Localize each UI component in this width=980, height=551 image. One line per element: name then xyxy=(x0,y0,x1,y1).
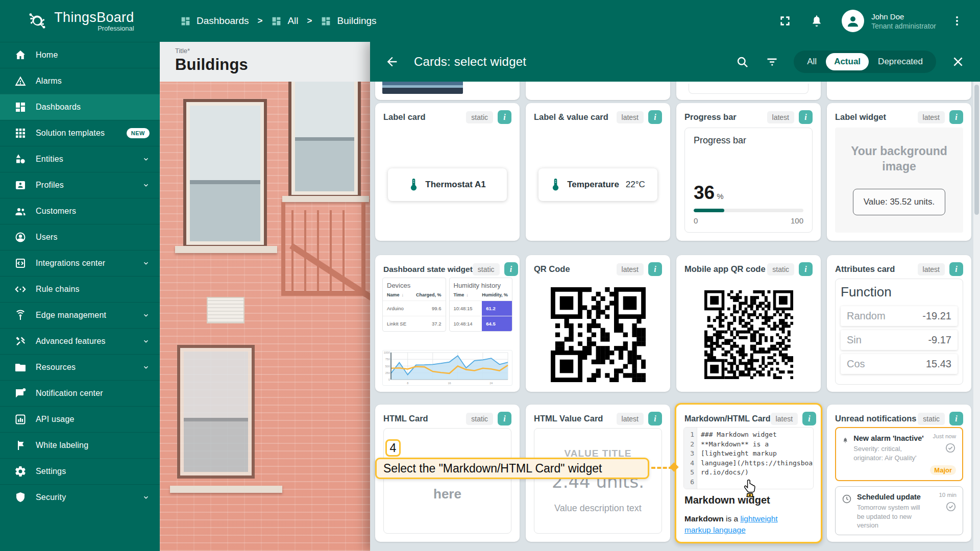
sidebar-item-api-usage[interactable]: API usage xyxy=(0,406,160,432)
widget-card-qr-code[interactable]: QR Code latest xyxy=(526,255,670,392)
highlighted-cell: 61.2 xyxy=(482,301,512,316)
widget-card-partial-1[interactable] xyxy=(375,82,520,100)
dashboards-icon xyxy=(180,16,191,27)
search-button[interactable] xyxy=(734,54,750,69)
info-button[interactable] xyxy=(648,110,662,124)
sidebar-item-users[interactable]: Users xyxy=(0,224,160,250)
chevron-down-icon xyxy=(142,364,150,371)
breadcrumb-item-buildings[interactable]: Buildings xyxy=(321,15,376,27)
mark-read-icon[interactable] xyxy=(945,442,956,454)
customers-icon xyxy=(14,205,27,218)
sidebar-item-settings[interactable]: Settings xyxy=(0,458,160,484)
attribute-row: Sin-9.17 xyxy=(841,330,958,350)
search-icon xyxy=(736,55,749,69)
home-icon xyxy=(14,48,27,62)
widget-card-unread-notifications[interactable]: Unread notifications static New alarm 'I… xyxy=(827,405,971,542)
avatar[interactable] xyxy=(842,10,864,32)
sidebar-item-home[interactable]: Home xyxy=(0,42,160,68)
markdown-code-editor[interactable]: 123456 ### Markdown widget**Markdown** i… xyxy=(683,427,814,489)
mark-read-icon[interactable] xyxy=(945,501,957,512)
info-button[interactable] xyxy=(648,412,662,425)
info-button[interactable] xyxy=(498,110,511,124)
sidebar-item-alarms[interactable]: Alarms xyxy=(0,68,160,94)
info-button[interactable] xyxy=(504,262,518,276)
sidebar-item-solution-templates[interactable]: Solution templatesNEW xyxy=(0,120,160,146)
widget-card-label-value-card[interactable]: Label & value card latest Temperature 22… xyxy=(526,103,670,241)
settings-icon xyxy=(14,465,27,478)
sidebar-item-integrations-center[interactable]: Integrations center xyxy=(0,250,160,276)
table-row: LinkIt SE37.2 xyxy=(383,316,446,331)
sidebar-item-rule-chains[interactable]: Rule chains xyxy=(0,276,160,302)
brand-logo[interactable]: ThingsBoard Professional xyxy=(0,0,160,42)
whitelabel-icon xyxy=(14,439,27,452)
info-button[interactable] xyxy=(648,262,662,276)
more-menu-button[interactable] xyxy=(949,13,965,29)
sidebar-item-edge-management[interactable]: Edge management xyxy=(0,302,160,328)
sidebar-item-notification-center[interactable]: Notification center xyxy=(0,380,160,406)
widget-card-label-card[interactable]: Label card static Thermostat A1 xyxy=(375,103,520,241)
filter-option-actual[interactable]: Actual xyxy=(826,53,869,70)
filter-option-deprecated[interactable]: Deprecated xyxy=(870,53,931,70)
sidebar-item-dashboards[interactable]: Dashboards xyxy=(0,94,160,120)
widget-card-progress-bar[interactable]: Progress bar latest Progress bar 36% 010… xyxy=(676,103,821,241)
widget-title: Progress bar xyxy=(684,112,737,122)
dashboard-title[interactable]: Buildings xyxy=(175,56,370,74)
sidebar-item-resources[interactable]: Resources xyxy=(0,354,160,380)
widget-card-partial-2[interactable] xyxy=(526,82,670,100)
svg-text:1000: 1000 xyxy=(384,351,390,354)
user-avatar-icon xyxy=(845,13,861,29)
fullscreen-button[interactable] xyxy=(777,13,793,29)
column-header[interactable]: Name xyxy=(387,292,404,297)
notifications-button[interactable] xyxy=(809,13,824,29)
dashboard-title-bar: Title* Buildings xyxy=(160,42,370,82)
user-menu[interactable]: John Doe Tenant administrator xyxy=(871,12,936,30)
info-button[interactable] xyxy=(498,412,511,425)
widget-title: HTML Card xyxy=(383,414,428,423)
scrollbar-thumb[interactable] xyxy=(974,85,979,215)
filter-icon xyxy=(765,55,779,69)
mini-line-chart: 1000750500250081624 xyxy=(382,350,512,386)
widget-card-markdown[interactable]: Markdown/HTML Card latest 123456 ### Mar… xyxy=(675,403,822,543)
widget-card-partial-4[interactable] xyxy=(827,82,971,100)
sidebar-item-white-labeling[interactable]: White labeling xyxy=(0,432,160,458)
widget-badge: static xyxy=(466,111,493,123)
widget-card-dashboard-state[interactable]: Dashboard state widget static Devices Na… xyxy=(375,255,520,392)
widget-card-mobile-qr[interactable]: Mobile app QR code static xyxy=(676,255,821,392)
sidebar-item-security[interactable]: Security xyxy=(0,484,160,510)
progress-fill xyxy=(694,209,724,212)
widget-badge: latest xyxy=(771,413,798,425)
info-button[interactable] xyxy=(799,110,813,124)
sidebar-item-advanced-features[interactable]: Advanced features xyxy=(0,328,160,354)
scrollbar[interactable] xyxy=(973,82,980,551)
sidebar-item-profiles[interactable]: Profiles xyxy=(0,172,160,198)
widget-badge: static xyxy=(473,263,500,276)
filter-button[interactable] xyxy=(764,54,779,69)
info-button[interactable] xyxy=(949,262,963,276)
widget-badge: latest xyxy=(918,111,945,123)
filter-option-all[interactable]: All xyxy=(799,53,825,70)
sidebar-item-customers[interactable]: Customers xyxy=(0,198,160,224)
edge-icon xyxy=(14,309,27,322)
back-arrow-icon xyxy=(385,55,399,69)
close-panel-button[interactable] xyxy=(950,54,966,69)
column-header[interactable]: Humidity, % xyxy=(482,292,508,297)
breadcrumb-item-dashboards[interactable]: Dashboards xyxy=(180,15,249,27)
widget-card-attributes[interactable]: Attributes card latest Function Random-1… xyxy=(827,255,971,392)
sidebar-item-entities[interactable]: Entities xyxy=(0,146,160,172)
svg-text:24: 24 xyxy=(489,382,493,385)
info-button[interactable] xyxy=(802,412,816,425)
info-button[interactable] xyxy=(949,412,963,425)
info-button[interactable] xyxy=(799,262,813,276)
back-button[interactable] xyxy=(384,54,400,69)
chevron-down-icon xyxy=(142,338,150,345)
markdown-preview: Markdown widget Markdown is a lightweigh… xyxy=(684,494,814,536)
title-field-label: Title* xyxy=(175,47,370,55)
info-button[interactable] xyxy=(949,110,963,124)
sidebar: HomeAlarmsDashboardsSolution templatesNE… xyxy=(0,42,160,551)
column-header[interactable]: Charged, % xyxy=(416,292,442,297)
column-header[interactable]: Time xyxy=(454,292,469,297)
svg-text:500: 500 xyxy=(385,365,390,368)
breadcrumb-item-all[interactable]: All xyxy=(271,15,298,27)
widget-card-label-widget[interactable]: Label widget latest Your background imag… xyxy=(827,103,971,241)
widget-card-partial-3[interactable] xyxy=(676,82,821,100)
